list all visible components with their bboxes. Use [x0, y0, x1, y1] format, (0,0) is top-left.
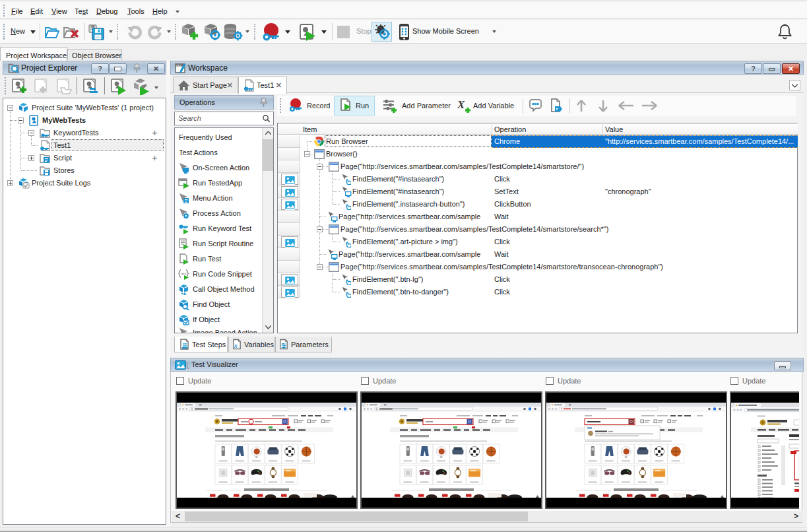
- svg-text:x: x: [234, 342, 238, 349]
- svg-text:X: X: [457, 98, 465, 111]
